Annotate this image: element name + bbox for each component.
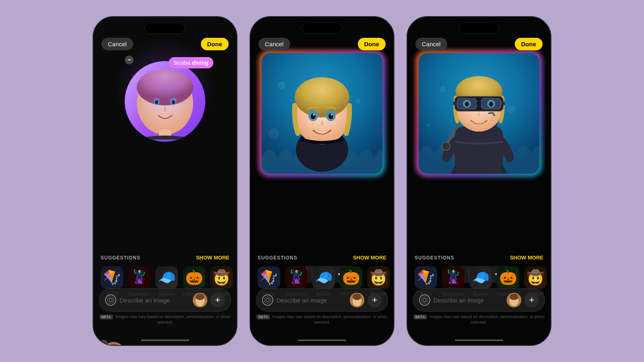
suggestions-header-3: SUGGESTIONS SHOW MORE [415, 255, 543, 261]
home-indicator-1 [141, 339, 189, 341]
beret-icon-1: 🪁 [101, 266, 123, 289]
phone2-background: Cancel Done [250, 17, 394, 345]
cancel-button-2[interactable]: Cancel [258, 38, 290, 50]
phone-1: Cancel Done − Scuba diving [93, 16, 237, 346]
farmer-icon-1: 🤠 [210, 266, 233, 289]
input-area-3: Describe an image + BETA Images may vary… [407, 288, 551, 325]
ai-icon-3 [419, 294, 430, 306]
remove-main-person-button[interactable]: − [125, 56, 134, 64]
svg-point-38 [508, 106, 515, 113]
suggestions-header-2: SUGGESTIONS SHOW MORE [258, 255, 386, 261]
phone-3: Cancel Done [407, 16, 551, 346]
show-more-button-2[interactable]: SHOW MORE [353, 255, 386, 261]
svg-point-31 [264, 297, 271, 303]
svg-point-5 [172, 100, 175, 104]
beta-disclaimer-3: BETA Images may vary based on descriptio… [413, 314, 545, 325]
beret-icon-2: 🪁 [258, 266, 280, 289]
input-row-1: Describe an image + [99, 288, 231, 312]
dynamic-island-1 [145, 23, 185, 34]
input-row-3: Describe an image + [413, 288, 545, 312]
beret-icon-3: 🪁 [415, 266, 437, 289]
show-more-button-1[interactable]: SHOW MORE [196, 255, 229, 261]
scuba-tag: Scuba diving [169, 57, 213, 68]
top-bar-2: Cancel Done [250, 38, 394, 50]
superhero-icon-2: 🦹 [285, 266, 308, 289]
svg-point-29 [313, 114, 315, 116]
remove-juli-button[interactable]: − [100, 340, 108, 346]
svg-point-35 [353, 294, 361, 300]
phone-2: Cancel Done [250, 16, 394, 346]
main-avatar-circle [125, 61, 205, 142]
input-placeholder-1[interactable]: Describe an image [120, 297, 190, 304]
ai-icon-1 [105, 294, 116, 306]
phone1-background: Cancel Done − Scuba diving [93, 17, 237, 345]
cancel-button-1[interactable]: Cancel [101, 38, 133, 50]
svg-point-32 [266, 298, 269, 302]
halloween-icon-3: 🎃 [497, 266, 519, 289]
superhero-icon-3: 🦹 [442, 266, 464, 289]
done-button-3[interactable]: Done [515, 38, 543, 50]
image-box-2 [262, 53, 382, 174]
dynamic-island-2 [302, 23, 342, 34]
svg-rect-47 [501, 101, 505, 105]
phone3-background: Cancel Done [407, 17, 551, 345]
svg-point-12 [107, 297, 114, 303]
image-box-3 [419, 53, 539, 174]
beta-badge-1: BETA [99, 315, 113, 319]
superhero-icon-1: 🦹 [128, 266, 151, 289]
add-button-1[interactable]: + [211, 293, 225, 307]
beta-badge-3: BETA [413, 315, 427, 319]
top-bar-3: Cancel Done [407, 38, 551, 50]
svg-point-55 [442, 142, 450, 150]
user-avatar-1[interactable] [193, 293, 207, 307]
user-avatar-2[interactable] [350, 293, 364, 307]
svg-rect-50 [477, 101, 481, 106]
input-placeholder-3[interactable]: Describe an image [433, 297, 504, 304]
beanie-icon-2: 🧢 [312, 266, 335, 289]
svg-point-37 [440, 87, 445, 92]
farmer-icon-2: 🤠 [367, 266, 390, 289]
generated-image-3 [419, 53, 539, 174]
svg-point-39 [427, 124, 430, 127]
top-bar-1: Cancel Done [93, 38, 237, 50]
main-avatar-svg [127, 63, 203, 140]
generated-image-2 [262, 53, 382, 174]
svg-point-30 [331, 114, 333, 116]
scuba-illustration-3 [419, 53, 539, 174]
svg-point-18 [279, 82, 285, 88]
show-more-button-3[interactable]: SHOW MORE [510, 255, 543, 261]
svg-point-20 [269, 129, 279, 138]
cancel-button-3[interactable]: Cancel [415, 38, 447, 50]
suggestions-label-2: SUGGESTIONS [258, 255, 297, 261]
svg-point-19 [356, 99, 360, 103]
input-row-2: Describe an image + [256, 288, 388, 312]
add-button-3[interactable]: + [524, 293, 539, 307]
svg-point-54 [489, 102, 493, 107]
suggestions-label-3: SUGGESTIONS [415, 255, 454, 261]
user-avatar-3[interactable] [507, 293, 521, 307]
person-chip-juli: − [101, 341, 126, 346]
svg-point-4 [155, 100, 158, 104]
done-button-2[interactable]: Done [358, 38, 386, 50]
scuba-illustration-2 [262, 53, 382, 174]
svg-point-16 [196, 294, 204, 300]
halloween-icon-2: 🎃 [340, 266, 362, 289]
svg-point-57 [423, 298, 426, 302]
done-button-1[interactable]: Done [201, 38, 229, 50]
beta-badge-2: BETA [256, 315, 270, 319]
add-button-2[interactable]: + [367, 293, 382, 307]
beta-disclaimer-1: BETA Images may vary based on descriptio… [99, 314, 231, 325]
halloween-icon-1: 🎃 [183, 266, 205, 289]
svg-point-53 [465, 102, 469, 107]
input-placeholder-2[interactable]: Describe an image [277, 297, 347, 304]
beta-disclaimer-2: BETA Images may vary based on descriptio… [256, 314, 388, 325]
svg-point-60 [510, 294, 518, 300]
home-indicator-2 [298, 339, 346, 341]
home-indicator-3 [455, 339, 503, 341]
beanie-icon-1: 🧢 [155, 266, 178, 289]
main-avatar-area: − Scuba diving [121, 57, 209, 146]
svg-point-13 [109, 298, 112, 302]
svg-point-24 [295, 77, 349, 117]
ai-icon-2 [262, 294, 273, 306]
svg-rect-46 [453, 101, 457, 105]
